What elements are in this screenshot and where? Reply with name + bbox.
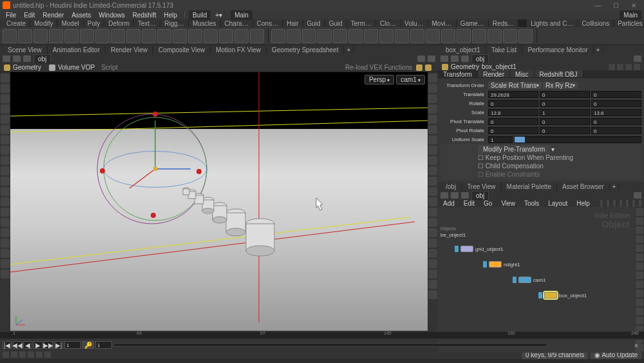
- home-icon[interactable]: [440, 192, 448, 199]
- toolbar-button[interactable]: [428, 74, 437, 83]
- shelf-tool-sky-light[interactable]: [364, 29, 378, 43]
- menu-windows[interactable]: Windows: [95, 12, 128, 19]
- play-back-icon[interactable]: ◀: [23, 341, 32, 349]
- status-icon[interactable]: [36, 351, 43, 358]
- shelf-tool-null[interactable]: [80, 29, 94, 43]
- toolbar-button[interactable]: [636, 235, 643, 243]
- shelf-tab[interactable]: [518, 19, 527, 27]
- skip-end-icon[interactable]: ▶|: [54, 341, 63, 349]
- add-tab[interactable]: +: [344, 46, 354, 54]
- shelf-tool-box[interactable]: [3, 29, 17, 43]
- child-comp-check[interactable]: ☐ Child Compensation: [478, 162, 641, 170]
- shelf-tab[interactable]: Term…: [347, 19, 376, 27]
- toolbar-button[interactable]: [428, 290, 437, 299]
- toolbar-button[interactable]: [1, 84, 10, 93]
- shelf-tool-spray-paint[interactable]: [173, 29, 187, 43]
- shelf-tab[interactable]: Chara…: [221, 19, 253, 27]
- toolbar-button[interactable]: [428, 156, 437, 165]
- pivot-t-z[interactable]: 0: [591, 118, 641, 125]
- help-icon[interactable]: [425, 64, 431, 71]
- pin-icon[interactable]: [417, 55, 425, 62]
- shelf-tool-circle[interactable]: [111, 29, 125, 43]
- enable-constraints-check[interactable]: ☐ Enable Constraints: [478, 170, 641, 179]
- tab-redshift[interactable]: Redshift OBJ: [535, 70, 583, 77]
- toolbar-button[interactable]: [428, 94, 437, 103]
- pivot-t-x[interactable]: 0: [488, 118, 538, 125]
- help-icon[interactable]: [428, 55, 435, 62]
- shelf-tool-caustic-light[interactable]: [395, 29, 409, 43]
- toolbar-button[interactable]: [636, 217, 643, 225]
- toolbar-button[interactable]: [636, 262, 643, 270]
- viewport-3d[interactable]: Persp ▾ cam1 ▾: [10, 72, 428, 331]
- rotate-x[interactable]: 0: [488, 100, 538, 107]
- toolbar-button[interactable]: [1, 94, 10, 103]
- scale-y[interactable]: 1: [540, 109, 590, 116]
- shelf-tool-switcher[interactable]: [488, 29, 502, 43]
- shelf-tool-curve[interactable]: [126, 29, 140, 43]
- toolbar-button[interactable]: [428, 187, 437, 196]
- toolbar-button[interactable]: [428, 104, 437, 113]
- rot-order-dropdown[interactable]: Rx Ry Rz ▾: [543, 82, 578, 89]
- tab-transform[interactable]: Transform: [438, 70, 478, 77]
- pane-tab[interactable]: Animation Editor: [48, 46, 106, 54]
- status-icon[interactable]: [19, 351, 26, 358]
- toolbar-button[interactable]: [428, 115, 437, 124]
- desktop-main[interactable]: Main: [231, 10, 252, 20]
- node-box_object1[interactable]: box_object1: [538, 292, 587, 299]
- desktop-build[interactable]: Build: [189, 10, 211, 20]
- shelf-tool-ambient[interactable]: [457, 29, 471, 43]
- shelf-tool-font[interactable]: [188, 29, 202, 43]
- shelf-tool-ind.-light[interactable]: [379, 29, 393, 43]
- home-icon[interactable]: [440, 55, 448, 62]
- net-tools[interactable]: Tools: [522, 200, 542, 207]
- step-fwd-icon[interactable]: ▶▶: [44, 341, 53, 349]
- toolbar-button[interactable]: [1, 197, 10, 206]
- toolbar-button[interactable]: [636, 317, 643, 324]
- pin-icon[interactable]: [634, 192, 641, 199]
- node-cam1[interactable]: cam1: [513, 277, 546, 283]
- wand-icon[interactable]: [600, 200, 603, 207]
- toolbar-button[interactable]: [428, 166, 437, 175]
- pane-tab[interactable]: Geometry Spreadsheet: [267, 46, 344, 54]
- minimize-button[interactable]: —: [589, 2, 606, 9]
- keep-position-check[interactable]: ☐ Keep Position When Parenting: [478, 153, 641, 162]
- tab-render[interactable]: Render: [478, 70, 510, 77]
- toolbar-button[interactable]: [428, 270, 437, 279]
- toolbar-button[interactable]: [1, 208, 10, 217]
- network-pane-tab[interactable]: Tree View: [462, 182, 501, 191]
- shelf-tool-draw-curve[interactable]: [142, 29, 156, 43]
- network-path[interactable]: obj: [471, 191, 489, 201]
- grid-icon[interactable]: [607, 200, 609, 207]
- translate-x[interactable]: 29.2628: [488, 91, 538, 98]
- toolbar-button[interactable]: [1, 259, 10, 268]
- toolbar-button[interactable]: [428, 125, 437, 134]
- shelf-tool-gi-light[interactable]: [441, 29, 455, 43]
- current-frame[interactable]: 1: [64, 341, 81, 349]
- shelf-tab[interactable]: Movi…: [428, 19, 457, 27]
- pane-tab[interactable]: Scene View: [3, 46, 48, 54]
- toolbar-button[interactable]: [428, 135, 437, 144]
- menu-edit[interactable]: Edit: [21, 12, 38, 19]
- breadcrumb-path[interactable]: obj: [33, 54, 51, 64]
- transform-order-dropdown[interactable]: Scale Rot Trans ▾: [488, 82, 542, 89]
- link-icon[interactable]: [617, 64, 623, 70]
- timeline[interactable]: 14997145192240: [0, 331, 644, 340]
- status-icon[interactable]: [3, 351, 9, 358]
- menu-help[interactable]: Help: [160, 12, 180, 19]
- shelf-tab[interactable]: Muscles: [189, 19, 221, 27]
- toolbar-button[interactable]: [1, 166, 10, 175]
- shelf-tool-point-light[interactable]: [271, 29, 285, 43]
- shelf-tool-file[interactable]: [250, 29, 264, 43]
- back-icon[interactable]: [13, 55, 21, 62]
- menu-redshift[interactable]: Redshift: [129, 12, 160, 19]
- breadcrumb-path[interactable]: obj: [471, 54, 489, 64]
- viewport-script[interactable]: Script: [101, 64, 118, 71]
- net-layout[interactable]: Layout: [545, 200, 570, 207]
- node-rslight1[interactable]: rslight1: [483, 261, 520, 268]
- toolbar-button[interactable]: [636, 308, 643, 315]
- desktop-main-right[interactable]: Main: [620, 10, 641, 20]
- shelf-tool-geo-light[interactable]: [317, 29, 332, 43]
- close-button[interactable]: ✕: [626, 2, 641, 9]
- shelf-tab[interactable]: Collisions: [578, 19, 614, 27]
- reload-icon[interactable]: [416, 64, 422, 71]
